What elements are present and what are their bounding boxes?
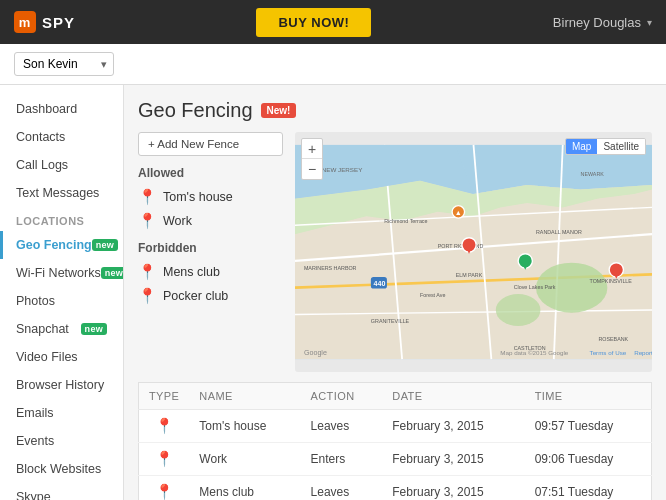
sidebar-item-call-logs[interactable]: Call Logs xyxy=(0,151,123,179)
wifi-badge: new xyxy=(101,267,124,279)
allowed-item-name: Tom's house xyxy=(163,190,233,204)
logo-text: SPY xyxy=(42,14,75,31)
page-new-badge: New! xyxy=(261,103,297,118)
green-pin-icon-2: 📍 xyxy=(138,212,157,230)
svg-text:440: 440 xyxy=(374,280,386,288)
allowed-section-title: Allowed xyxy=(138,166,283,180)
red-pin-icon: 📍 xyxy=(138,263,157,281)
map-type-map[interactable]: Map xyxy=(566,139,597,154)
forbidden-item-name: Mens club xyxy=(163,265,220,279)
forbidden-item-mens-club[interactable]: 📍 Mens club xyxy=(138,260,283,284)
son-select-wrap[interactable]: Son Kevin xyxy=(14,52,114,76)
svg-text:Forest Ave: Forest Ave xyxy=(420,292,445,298)
sidebar-item-wifi-networks[interactable]: Wi-Fi Networks new xyxy=(0,259,123,287)
row-time: 07:51 Tuesday xyxy=(525,476,652,501)
forbidden-section-title: Forbidden xyxy=(138,241,283,255)
main-content: Geo Fencing New! + Add New Fence Allowed… xyxy=(124,85,666,500)
svg-text:▲: ▲ xyxy=(455,209,462,217)
svg-text:ELM PARK: ELM PARK xyxy=(456,272,483,278)
svg-text:Terms of Use: Terms of Use xyxy=(590,349,627,356)
zoom-out-button[interactable]: − xyxy=(302,159,322,179)
forbidden-item-pocker-club[interactable]: 📍 Pocker club xyxy=(138,284,283,308)
app-header: m SPY BUY NOW! Birney Douglas ▾ xyxy=(0,0,666,44)
left-panel: + Add New Fence Allowed 📍 Tom's house 📍 … xyxy=(138,132,283,372)
map-controls: + − xyxy=(301,138,323,180)
row-action: Enters xyxy=(301,443,383,476)
svg-text:NEWARK: NEWARK xyxy=(581,171,605,177)
col-date: Date xyxy=(382,383,524,410)
user-dropdown-arrow: ▾ xyxy=(647,17,652,28)
sidebar-item-skype[interactable]: Skype xyxy=(0,483,123,500)
sidebar-item-text-messages[interactable]: Text Messages xyxy=(0,179,123,207)
svg-text:MARINERS HARBOR: MARINERS HARBOR xyxy=(304,265,357,271)
row-name: Mens club xyxy=(189,476,300,501)
snapchat-badge: new xyxy=(81,323,107,335)
zoom-in-button[interactable]: + xyxy=(302,139,322,159)
svg-text:Map data ©2015 Google: Map data ©2015 Google xyxy=(500,349,569,356)
table-row: 📍 Mens club Leaves February 3, 2015 07:5… xyxy=(139,476,652,501)
sidebar-item-block-websites[interactable]: Block Websites xyxy=(0,455,123,483)
sidebar-item-browser-history[interactable]: Browser History xyxy=(0,371,123,399)
user-menu[interactable]: Birney Douglas ▾ xyxy=(553,15,652,30)
sidebar-item-contacts[interactable]: Contacts xyxy=(0,123,123,151)
geo-fencing-badge: new xyxy=(92,239,118,251)
row-time: 09:06 Tuesday xyxy=(525,443,652,476)
allowed-item-work[interactable]: 📍 Work xyxy=(138,209,283,233)
col-name: Name xyxy=(189,383,300,410)
allowed-item-toms-house[interactable]: 📍 Tom's house xyxy=(138,185,283,209)
row-name: Work xyxy=(189,443,300,476)
sidebar-item-geo-fencing[interactable]: Geo Fencing new xyxy=(0,231,123,259)
logo-icon: m xyxy=(14,11,36,33)
row-date: February 3, 2015 xyxy=(382,410,524,443)
forbidden-item-name-2: Pocker club xyxy=(163,289,228,303)
svg-text:Google: Google xyxy=(304,349,327,357)
buy-now-button[interactable]: BUY NOW! xyxy=(256,8,371,37)
row-type-icon: 📍 xyxy=(139,410,190,443)
table-header-row: Type Name Action Date Time xyxy=(139,383,652,410)
green-pin-icon: 📍 xyxy=(138,188,157,206)
main-layout: Dashboard Contacts Call Logs Text Messag… xyxy=(0,85,666,500)
svg-text:NEW JERSEY: NEW JERSEY xyxy=(322,166,363,173)
add-fence-button[interactable]: + Add New Fence xyxy=(138,132,283,156)
svg-point-11 xyxy=(496,294,541,326)
svg-text:Richmond Terrace: Richmond Terrace xyxy=(384,218,427,224)
sidebar-item-snapchat[interactable]: Snapchat new xyxy=(0,315,123,343)
svg-text:ROSEBANK: ROSEBANK xyxy=(598,336,628,342)
map-type-buttons: Map Satellite xyxy=(565,138,646,155)
col-action: Action xyxy=(301,383,383,410)
svg-text:Report: Report xyxy=(634,349,652,356)
map-area[interactable]: NEW JERSEY NEWARK MARINERS HARBOR TOMPKI… xyxy=(295,132,652,372)
row-type-icon: 📍 xyxy=(139,476,190,501)
row-date: February 3, 2015 xyxy=(382,443,524,476)
sidebar-item-events[interactable]: Events xyxy=(0,427,123,455)
son-select[interactable]: Son Kevin xyxy=(14,52,114,76)
sidebar-section-locations: Locations xyxy=(0,207,123,231)
content-area: + Add New Fence Allowed 📍 Tom's house 📍 … xyxy=(138,132,652,372)
topbar: Son Kevin xyxy=(0,44,666,85)
add-fence-label: + Add New Fence xyxy=(148,138,239,150)
row-type-icon: 📍 xyxy=(139,443,190,476)
svg-text:TOMPKINSVILLE: TOMPKINSVILLE xyxy=(590,278,633,284)
svg-text:Clove Lakes Park: Clove Lakes Park xyxy=(514,284,556,290)
map-type-satellite[interactable]: Satellite xyxy=(597,139,645,154)
page-title: Geo Fencing xyxy=(138,99,253,122)
row-date: February 3, 2015 xyxy=(382,476,524,501)
row-action: Leaves xyxy=(301,476,383,501)
page-title-row: Geo Fencing New! xyxy=(138,99,652,122)
sidebar-item-video-files[interactable]: Video Files xyxy=(0,343,123,371)
user-name: Birney Douglas xyxy=(553,15,641,30)
col-time: Time xyxy=(525,383,652,410)
table-row: 📍 Work Enters February 3, 2015 09:06 Tue… xyxy=(139,443,652,476)
sidebar-item-photos[interactable]: Photos xyxy=(0,287,123,315)
sidebar-item-emails[interactable]: Emails xyxy=(0,399,123,427)
row-action: Leaves xyxy=(301,410,383,443)
red-pin-icon-2: 📍 xyxy=(138,287,157,305)
table-row: 📍 Tom's house Leaves February 3, 2015 09… xyxy=(139,410,652,443)
row-time: 09:57 Tuesday xyxy=(525,410,652,443)
data-table: Type Name Action Date Time 📍 Tom's house… xyxy=(138,382,652,500)
allowed-item-name-2: Work xyxy=(163,214,192,228)
app-logo: m SPY xyxy=(14,11,75,33)
svg-text:RANDALL MANOR: RANDALL MANOR xyxy=(536,229,582,235)
row-name: Tom's house xyxy=(189,410,300,443)
sidebar-item-dashboard[interactable]: Dashboard xyxy=(0,95,123,123)
